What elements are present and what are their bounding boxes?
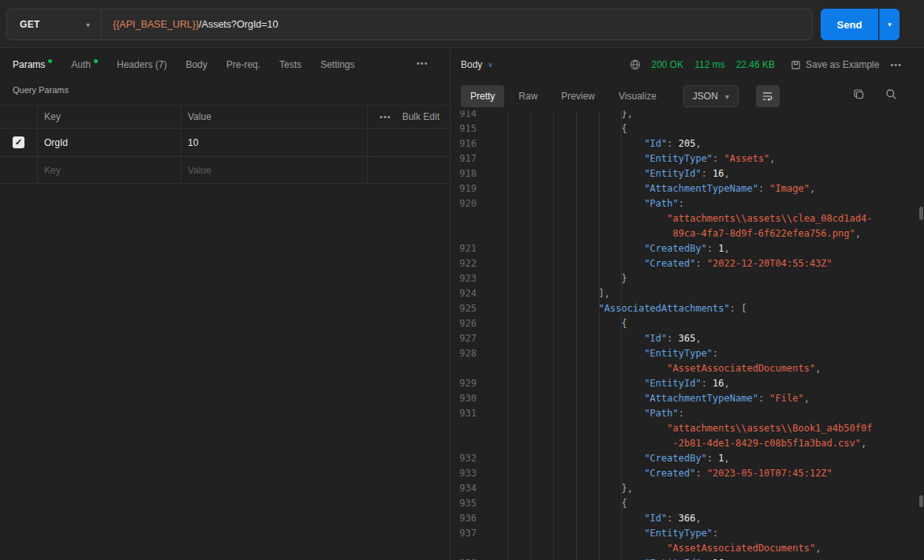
params-header-row: Key Value ••• Bulk Edit	[0, 106, 451, 129]
param-value-input[interactable]: Value	[181, 157, 368, 183]
tab-tests-label: Tests	[279, 59, 301, 70]
param-key-cell[interactable]: OrgId	[38, 129, 181, 156]
code-line: 914},	[451, 110, 919, 121]
code-line: 919"AttachmentTypeName": "Image",	[451, 181, 919, 196]
param-empty-actions	[368, 157, 451, 183]
tab-headers[interactable]: Headers (7)	[117, 59, 166, 70]
status-badge[interactable]: 200 OK	[652, 59, 684, 70]
params-table: Key Value ••• Bulk Edit ✓ OrgId 10 Key V…	[0, 105, 451, 184]
method-selector[interactable]: GET ▾	[7, 9, 102, 39]
code-line: 926{	[451, 316, 919, 331]
more-options-icon[interactable]: •••	[417, 58, 428, 68]
tab-body-label: Body	[185, 59, 207, 70]
response-more-icon[interactable]: •••	[890, 60, 902, 69]
response-body-dropdown[interactable]: Body ∨	[461, 55, 493, 74]
format-label: JSON	[693, 91, 718, 102]
response-size[interactable]: 22.46 KB	[736, 59, 775, 70]
code-line: 938"EntityId": 16,	[451, 556, 919, 560]
code-line: 937"EntityType":	[451, 526, 919, 541]
code-line: 916"Id": 205,	[451, 136, 919, 151]
code-line: 922"Created": "2022-12-20T04:55:43Z"	[451, 256, 919, 271]
checkbox-checked[interactable]: ✓	[13, 136, 24, 148]
tab-visualize[interactable]: Visualize	[609, 85, 666, 107]
code-line: "AssetAssociatedDocuments",	[451, 361, 919, 376]
url-variable: {{API_BASE_URL}}	[113, 19, 199, 30]
param-row-actions	[368, 129, 451, 156]
param-empty-row: Key Value	[0, 157, 451, 184]
format-selector[interactable]: JSON ▾	[683, 85, 739, 107]
url-field-group: GET ▾ {{API_BASE_URL}}/Assets?OrgId=10	[6, 9, 813, 40]
code-line: 924],	[451, 286, 919, 301]
bulk-edit-button[interactable]: Bulk Edit	[402, 111, 440, 122]
param-checkbox-cell: ✓	[0, 129, 38, 156]
code-line: "attachments\\assets\\clea_08cd1ad4-	[451, 211, 919, 226]
code-line: 931"Path":	[451, 406, 919, 421]
tab-params[interactable]: Params	[13, 59, 52, 70]
send-label: Send	[837, 19, 862, 31]
method-label: GET	[20, 19, 40, 30]
response-body-viewer[interactable]: 914},915{916"Id": 205,917"EntityType": "…	[451, 110, 919, 560]
response-stats: 200 OK 112 ms 22.46 KB Save as Example •…	[630, 55, 903, 74]
wrap-lines-icon	[761, 91, 773, 102]
copy-icon[interactable]	[853, 88, 865, 100]
response-time[interactable]: 112 ms	[694, 59, 724, 70]
tab-pre-request[interactable]: Pre-req.	[226, 59, 260, 70]
param-value-cell[interactable]: 10	[181, 129, 368, 156]
code-line: -2b81-4de1-8429-c08b5f1a3bad.csv",	[451, 436, 919, 451]
send-options-button[interactable]: ▾	[879, 9, 900, 40]
save-as-example-button[interactable]: Save as Example	[791, 59, 879, 70]
code-line: 934},	[451, 481, 919, 496]
code-line: 927"Id": 365,	[451, 331, 919, 346]
response-meta-bar: Body ∨ 200 OK 112 ms 22.46 KB Save as Ex…	[461, 55, 924, 74]
tab-auth-label: Auth	[71, 59, 91, 70]
tab-preview[interactable]: Preview	[552, 85, 604, 107]
code-line: 930"AttachmentTypeName": "File",	[451, 391, 919, 406]
code-line: 917"EntityType": "Assets",	[451, 151, 919, 166]
scrollbar-thumb[interactable]	[919, 207, 923, 220]
tab-body[interactable]: Body	[185, 59, 207, 70]
key-column-header: Key	[38, 106, 181, 128]
tab-raw[interactable]: Raw	[509, 85, 547, 107]
param-checkbox-cell-empty	[0, 157, 38, 183]
tab-auth[interactable]: Auth	[71, 59, 98, 70]
save-as-example-label: Save as Example	[806, 59, 879, 70]
params-active-dot	[48, 59, 52, 63]
chevron-down-icon: ▾	[86, 21, 90, 29]
code-line: 935{	[451, 496, 919, 511]
params-header-actions: ••• Bulk Edit	[368, 106, 451, 128]
save-icon	[791, 60, 801, 70]
response-view-tabs: Pretty Raw Preview Visualize JSON ▾	[461, 84, 780, 109]
code-line: 925"AssociatedAttachments": [	[451, 301, 919, 316]
request-tabs: Params Auth Headers (7) Body Pre-req. Te…	[13, 57, 354, 73]
param-row: ✓ OrgId 10	[0, 129, 451, 157]
code-line: 933"Created": "2023-05-10T07:45:12Z"	[451, 466, 919, 481]
response-body-label: Body	[461, 59, 482, 70]
code-line: 920"Path":	[451, 196, 919, 211]
network-globe-icon[interactable]	[630, 59, 641, 70]
code-lines: 914},915{916"Id": 205,917"EntityType": "…	[451, 110, 919, 560]
tab-pre-request-label: Pre-req.	[226, 59, 260, 70]
url-path: /Assets?OrgId=10	[199, 19, 278, 30]
tab-tests[interactable]: Tests	[279, 59, 301, 70]
params-more-icon[interactable]: •••	[380, 112, 391, 121]
request-bar: GET ▾ {{API_BASE_URL}}/Assets?OrgId=10 S…	[0, 0, 924, 48]
query-params-title: Query Params	[13, 85, 69, 95]
search-icon[interactable]	[885, 88, 897, 100]
code-line: "attachments\\assets\\Book1_a4b50f0f	[451, 421, 919, 436]
chevron-down-icon: ▾	[725, 92, 729, 101]
tab-settings[interactable]: Settings	[320, 59, 354, 70]
value-column-header: Value	[181, 106, 368, 128]
tab-headers-label: Headers (7)	[117, 59, 166, 70]
url-input[interactable]: {{API_BASE_URL}}/Assets?OrgId=10	[102, 19, 812, 30]
response-toolbar-icons	[853, 88, 897, 100]
wrap-lines-button[interactable]	[756, 85, 780, 107]
code-line: 936"Id": 366,	[451, 511, 919, 526]
auth-active-dot	[94, 59, 98, 63]
code-line: 918"EntityId": 16,	[451, 166, 919, 181]
code-line: 921"CreatedBy": 1,	[451, 241, 919, 256]
code-line: 915{	[451, 121, 919, 136]
scroll-marker[interactable]	[919, 495, 923, 507]
send-button[interactable]: Send	[821, 9, 878, 40]
param-key-input[interactable]: Key	[38, 157, 181, 183]
tab-pretty[interactable]: Pretty	[461, 85, 504, 107]
